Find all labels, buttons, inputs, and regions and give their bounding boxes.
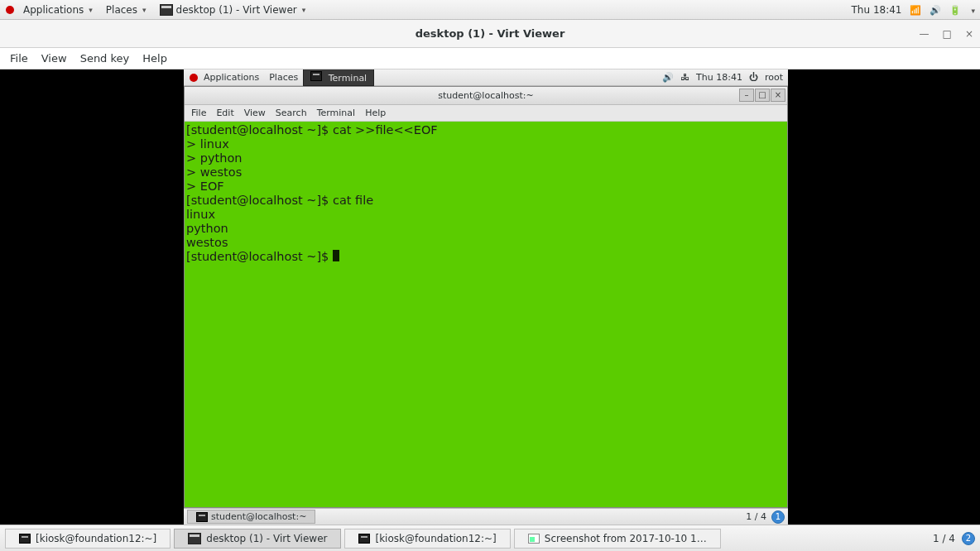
terminal-minimize-button[interactable]: – [739, 89, 754, 102]
terminal-window: student@localhost:~ – □ × File Edit View… [184, 86, 788, 508]
virt-title: desktop (1) - Virt Viewer [416, 27, 565, 40]
terminal-icon [196, 512, 208, 522]
inner-clock[interactable]: Thu 18:41 [696, 72, 742, 83]
virt-window-controls: — □ × [920, 20, 973, 47]
terminal-menu-search[interactable]: Search [276, 108, 307, 118]
outer-bottom-right: 1 / 4 2 [933, 532, 975, 545]
inner-places-menu[interactable]: Places [264, 70, 303, 84]
maximize-button[interactable]: □ [943, 28, 952, 40]
taskbar-item-screenshot[interactable]: Screenshot from 2017-10-10 1… [514, 529, 721, 549]
applications-menu[interactable]: Applications [18, 2, 98, 17]
terminal-menu-terminal[interactable]: Terminal [317, 108, 356, 118]
outer-bottom-panel: [kiosk@foundation12:~] desktop (1) - Vir… [0, 525, 980, 551]
image-icon [528, 534, 540, 544]
terminal-menu-help[interactable]: Help [365, 108, 386, 118]
places-menu[interactable]: Places [101, 2, 151, 17]
virt-display[interactable]: Applications Places Terminal Thu 18:41 r… [0, 69, 980, 525]
volume-icon[interactable] [930, 4, 941, 16]
terminal-close-button[interactable]: × [771, 89, 785, 102]
window-icon [188, 533, 201, 544]
window-icon [160, 4, 173, 16]
active-window-label: desktop (1) - Virt Viewer [176, 4, 297, 16]
inner-bottom-right: 1 / 4 1 [746, 510, 785, 524]
terminal-title: student@localhost:~ [438, 90, 533, 101]
outer-top-left: Applications Places desktop (1) - Virt V… [5, 2, 310, 17]
clock[interactable]: Thu 18:41 [852, 4, 902, 16]
terminal-content: [student@localhost ~]$ cat >>file<<EOF >… [186, 123, 438, 263]
svg-point-1 [190, 74, 198, 82]
inner-network-icon[interactable] [680, 72, 689, 83]
terminal-titlebar[interactable]: student@localhost:~ – □ × [185, 87, 787, 105]
inner-volume-icon[interactable] [662, 72, 674, 83]
task-label: Screenshot from 2017-10-10 1… [545, 533, 707, 544]
virt-menu-file[interactable]: File [8, 50, 30, 66]
virt-viewer-window: desktop (1) - Virt Viewer — □ × File Vie… [0, 20, 980, 525]
task-label: [kiosk@foundation12:~] [375, 533, 496, 544]
workspace-indicator[interactable]: 1 / 4 [933, 533, 955, 544]
taskbar-item-kiosk2[interactable]: [kiosk@foundation12:~] [344, 529, 510, 549]
inner-user[interactable]: root [765, 72, 783, 83]
outer-top-panel: Applications Places desktop (1) - Virt V… [0, 0, 980, 20]
inner-power-icon[interactable] [749, 72, 758, 83]
workspace-badge[interactable]: 2 [962, 532, 975, 545]
inner-active-task-label: Terminal [329, 73, 368, 84]
terminal-icon [310, 71, 322, 81]
task-label: desktop (1) - Virt Viewer [206, 533, 327, 544]
inner-bottom-panel: student@localhost:~ 1 / 4 1 [184, 508, 788, 525]
battery-icon[interactable] [949, 4, 961, 16]
close-button[interactable]: × [965, 28, 973, 40]
inner-taskbar-item[interactable]: student@localhost:~ [187, 510, 315, 524]
virt-menu-help[interactable]: Help [141, 50, 169, 66]
terminal-menubar: File Edit View Search Terminal Help [185, 105, 787, 122]
inner-workspace-badge[interactable]: 1 [771, 510, 785, 524]
redhat-icon [5, 5, 15, 15]
terminal-body[interactable]: [student@localhost ~]$ cat >>file<<EOF >… [185, 122, 787, 507]
terminal-maximize-button[interactable]: □ [755, 89, 770, 102]
terminal-cursor [333, 250, 339, 261]
active-window-menu[interactable]: desktop (1) - Virt Viewer [155, 2, 311, 17]
terminal-menu-file[interactable]: File [191, 108, 206, 118]
virt-menubar: File View Send key Help [0, 48, 980, 69]
taskbar-item-kiosk1[interactable]: [kiosk@foundation12:~] [5, 529, 171, 549]
virt-menu-view[interactable]: View [40, 50, 69, 66]
svg-point-0 [6, 6, 14, 14]
taskbar-item-virtviewer[interactable]: desktop (1) - Virt Viewer [174, 529, 341, 549]
task-label: [kiosk@foundation12:~] [36, 533, 156, 544]
outer-top-right: Thu 18:41 [852, 4, 975, 16]
inner-applications-menu[interactable]: Applications [199, 70, 264, 84]
terminal-icon [358, 534, 370, 544]
system-menu[interactable] [969, 4, 975, 16]
minimize-button[interactable]: — [920, 28, 930, 40]
inner-workspace-indicator[interactable]: 1 / 4 [746, 511, 766, 522]
inner-top-panel: Applications Places Terminal Thu 18:41 r… [184, 69, 788, 86]
inner-redhat-icon [189, 73, 199, 83]
terminal-menu-view[interactable]: View [244, 108, 266, 118]
virt-titlebar[interactable]: desktop (1) - Virt Viewer — □ × [0, 20, 980, 48]
wifi-icon[interactable] [910, 4, 921, 16]
inner-top-right: Thu 18:41 root [662, 72, 783, 83]
inner-task-label: student@localhost:~ [211, 511, 306, 522]
inner-active-task[interactable]: Terminal [303, 69, 374, 86]
virt-menu-sendkey[interactable]: Send key [79, 50, 132, 66]
terminal-icon [19, 534, 31, 544]
terminal-window-controls: – □ × [739, 89, 785, 102]
terminal-menu-edit[interactable]: Edit [216, 108, 233, 118]
